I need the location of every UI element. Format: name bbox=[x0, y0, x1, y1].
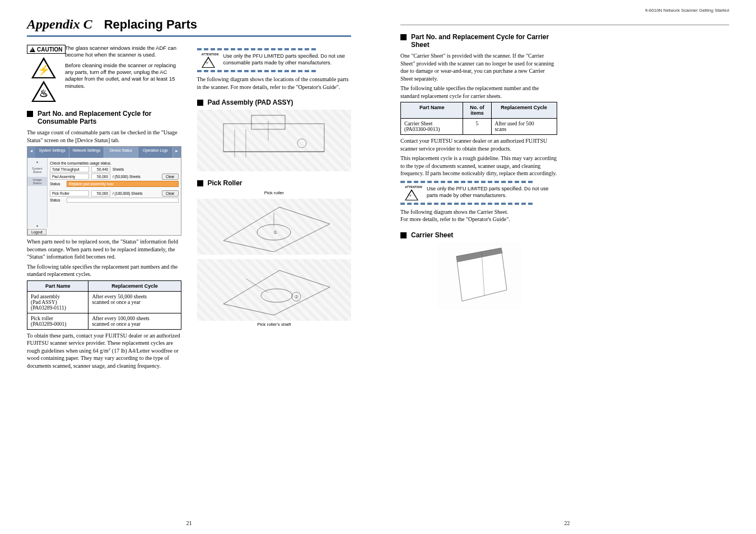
right-col2-empty bbox=[573, 31, 730, 310]
caution-text-2: Before cleaning inside the scanner or re… bbox=[65, 62, 181, 90]
t2-r1c3a: After used for 500 bbox=[495, 121, 534, 127]
pick-roller-value: 50,000 bbox=[91, 190, 110, 196]
section-carrier-cycle-title: Part No. and Replacement Cycle for Carri… bbox=[411, 33, 557, 49]
section-carrier-cycle-head: Part No. and Replacement Cycle for Carri… bbox=[400, 33, 557, 49]
section-pad-head: Pad Assembly (PAD ASSY) bbox=[197, 99, 352, 106]
svg-rect-0 bbox=[223, 124, 324, 152]
consumable-after-3: To obtain these parts, contact your FUJI… bbox=[27, 332, 181, 370]
t2-h3: Replacement Cycle bbox=[491, 102, 557, 119]
status-label-1: Status bbox=[50, 182, 64, 186]
left-col1: CAUTION ⚡ ♨ The glass scanner windows in… bbox=[27, 45, 181, 372]
caution-badge: CAUTION bbox=[27, 45, 66, 54]
page-right: fi-6010N Network Scanner Getting Started… bbox=[378, 0, 756, 534]
t1-r2c1b: (PA03289-0001) bbox=[31, 321, 67, 327]
svg-point-12 bbox=[261, 289, 292, 302]
pad-assembly-of: / (50,000) Sheets bbox=[113, 175, 141, 179]
pick-roller-label-bottom: Pick roller's shaft bbox=[197, 322, 352, 327]
t1-r1c1b: (Pad ASSY) bbox=[31, 299, 57, 305]
logout-button: Logout bbox=[27, 229, 46, 235]
t1-h1: Part Name bbox=[27, 280, 88, 291]
running-head: fi-6010N Network Scanner Getting Started bbox=[645, 8, 729, 13]
t1-r1c2a: After every 50,000 sheets bbox=[92, 294, 147, 299]
status-pad-msg: Replace pad assembly now bbox=[67, 181, 179, 187]
t1-r2c2a: After every 100,000 sheets bbox=[92, 316, 149, 321]
section-pad-title: Pad Assembly (PAD ASSY) bbox=[208, 99, 293, 106]
pad-assembly-diagram bbox=[197, 110, 352, 171]
table-row: Carrier Sheet (PA03360-0013) 5 After use… bbox=[401, 119, 557, 135]
right-col1: Part No. and Replacement Cycle for Carri… bbox=[400, 31, 557, 310]
title-rule bbox=[27, 35, 351, 37]
tab-system-settings: System Settings bbox=[35, 147, 69, 158]
dash-rule bbox=[197, 70, 352, 72]
t1-r1c1a: Pad assembly bbox=[31, 294, 60, 299]
pad-assembly-label: Pad Assembly bbox=[50, 174, 89, 180]
shock-icon: ⚡ bbox=[31, 57, 56, 78]
carrier-p4: This replacement cycle is a rough guidel… bbox=[400, 154, 557, 177]
bullet-icon bbox=[400, 232, 407, 238]
t2-r1c1a: Carrier Sheet bbox=[404, 121, 432, 127]
page-left: Appendix C Replacing Parts CAUTION ⚡ ♨ bbox=[0, 0, 378, 534]
caution-text-1: The glass scanner windows inside the ADF… bbox=[65, 45, 181, 59]
attention-block-2: ATTENTION Use only the PFU LIMITED parts… bbox=[400, 181, 557, 205]
page-number-left: 21 bbox=[0, 520, 378, 526]
pad-diagram-svg bbox=[212, 113, 335, 168]
tab-device-status: Device Status bbox=[104, 147, 138, 158]
chapter-heading: Appendix C Replacing Parts bbox=[27, 17, 351, 32]
consumable-table: Part Name Replacement Cycle Pad assembly… bbox=[27, 280, 181, 330]
clear-pad-button: Clear bbox=[162, 174, 179, 180]
caution-label: CAUTION bbox=[37, 46, 63, 53]
usage-status-screenshot: ◄ System Settings Network Settings Devic… bbox=[27, 146, 181, 236]
side-up-icon: ▲ bbox=[36, 160, 39, 163]
pick-diagram1-svg: ① bbox=[212, 202, 335, 252]
consumable-after-2: The following table specifies the replac… bbox=[27, 263, 181, 278]
throughput-label: Total Throughput bbox=[50, 166, 89, 172]
left-col2: ATTENTION Use only the PFU LIMITED parts… bbox=[197, 45, 352, 372]
carrier-p3: Contact your FUJITSU scanner dealer or a… bbox=[400, 137, 557, 152]
section-pick-title: Pick Roller bbox=[208, 179, 242, 187]
carrier-svg bbox=[440, 245, 518, 307]
svg-text:①: ① bbox=[273, 230, 277, 235]
pad-assembly-value: 50,000 bbox=[91, 174, 110, 180]
section-consumable-title: Part No. and Replacement Cycle for Consu… bbox=[38, 110, 181, 125]
tab-operation-logs: Operation Logs bbox=[138, 147, 172, 158]
pick-roller-diagram-2: ② bbox=[197, 259, 352, 321]
page-number-right: 22 bbox=[378, 520, 756, 526]
caution-icon bbox=[30, 47, 35, 52]
attention-icon bbox=[405, 189, 418, 200]
t2-h1: Part Name bbox=[401, 102, 463, 119]
head-rule bbox=[400, 25, 729, 25]
consumable-intro: The usage count of consumable parts can … bbox=[27, 129, 181, 144]
carrier-p2: The following table specifies the replac… bbox=[400, 85, 557, 100]
svg-line-15 bbox=[246, 279, 268, 293]
bullet-icon bbox=[27, 111, 33, 117]
side-system-status: System Status bbox=[27, 167, 47, 174]
pick-roller-label-top: Pick roller bbox=[197, 190, 352, 195]
throughput-unit: Sheets bbox=[113, 167, 124, 171]
table-row: Pick roller (PA03289-0001) After every 1… bbox=[27, 313, 181, 329]
t2-h2: No. of items bbox=[463, 102, 491, 119]
section-carrier-head: Carrier Sheet bbox=[400, 231, 557, 239]
tab-next-icon: ► bbox=[173, 147, 181, 158]
tab-prev-icon: ◄ bbox=[27, 147, 35, 158]
section-carrier-title: Carrier Sheet bbox=[411, 231, 453, 239]
pick-diagram2-svg: ② bbox=[212, 262, 335, 318]
carrier-p5: The following diagram shows the Carrier … bbox=[400, 208, 557, 216]
svg-text:②: ② bbox=[295, 294, 298, 299]
appendix-label: Appendix C bbox=[27, 17, 92, 32]
status-pick-field bbox=[67, 198, 179, 203]
carrier-sheet-diagram bbox=[437, 242, 521, 310]
clear-pick-button: Clear bbox=[162, 190, 179, 196]
table-row: Pad assembly (Pad ASSY) (PA03289-0111) A… bbox=[27, 291, 181, 313]
t2-r1c1b: (PA03360-0013) bbox=[404, 127, 440, 132]
attention-text-1: Use only the PFU LIMITED parts specified… bbox=[223, 53, 351, 68]
side-usage-status: Usage Status bbox=[27, 177, 47, 186]
attention-label-2: ATTENTION bbox=[405, 185, 422, 189]
chapter-title: Replacing Parts bbox=[104, 17, 197, 31]
bullet-icon bbox=[197, 100, 203, 106]
bullet-icon bbox=[197, 180, 203, 186]
carrier-p1: One "Carrier Sheet" is provided with the… bbox=[400, 52, 557, 82]
t2-r1c2: 5 bbox=[463, 119, 491, 135]
throughput-value: 50,440 bbox=[91, 166, 110, 172]
t2-r1c3b: scans bbox=[495, 127, 507, 132]
tab-network-settings: Network Settings bbox=[69, 147, 104, 158]
